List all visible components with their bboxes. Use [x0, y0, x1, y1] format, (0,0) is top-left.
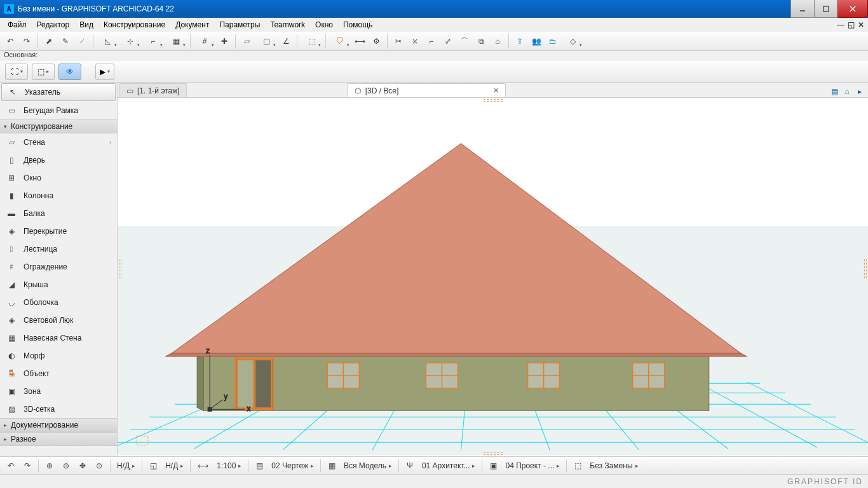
- cube-button[interactable]: ▢▾: [255, 34, 277, 49]
- adjust-button[interactable]: ⌐: [424, 34, 439, 49]
- ruler-button[interactable]: ✚: [217, 34, 232, 49]
- tool-marquee[interactable]: ▭ Бегущая Рамка: [0, 102, 117, 119]
- tool-mesh[interactable]: ▨3D-сетка: [0, 400, 117, 418]
- angle-button[interactable]: ∠: [278, 34, 294, 49]
- tab-3d[interactable]: ⬡ [3D / Все] ✕: [347, 83, 506, 97]
- zone-icon: ▣: [6, 386, 17, 397]
- field-project[interactable]: 04 Проект - ...▸: [503, 461, 562, 470]
- doc-close-icon[interactable]: ✕: [857, 20, 865, 29]
- field-plane[interactable]: Н/Д▸: [163, 461, 186, 470]
- nav-back-button[interactable]: ↶: [4, 459, 18, 473]
- view-mode-1-button[interactable]: ⛶▾: [5, 64, 28, 80]
- pick-button[interactable]: ⬈: [41, 34, 57, 49]
- menu-options[interactable]: Параметры: [214, 19, 265, 30]
- snap-button[interactable]: ⊹▾: [119, 34, 141, 49]
- plane-button[interactable]: ▱: [239, 34, 254, 49]
- corner-snap-button[interactable]: ⌐▾: [142, 34, 164, 49]
- undo-button[interactable]: ↶: [3, 34, 18, 49]
- trim-button[interactable]: ✂: [391, 34, 406, 49]
- pan-button[interactable]: ✥: [76, 459, 90, 473]
- trace-button[interactable]: ⬚▾: [301, 34, 322, 49]
- field-scale[interactable]: 1:100▸: [214, 461, 244, 470]
- section-design[interactable]: ▾ Конструирование: [0, 119, 117, 133]
- section-documentation[interactable]: ▸ Документирование: [0, 418, 117, 432]
- guide-lines-button[interactable]: ◺▾: [97, 34, 118, 49]
- redo-button[interactable]: ↷: [19, 34, 34, 49]
- close-button[interactable]: [837, 0, 868, 18]
- nav-fwd-button[interactable]: ↷: [20, 459, 34, 473]
- fillet-button[interactable]: ⌒: [457, 34, 472, 49]
- tool-window[interactable]: ⊞Окно: [0, 169, 117, 187]
- menu-design[interactable]: Конструирование: [98, 19, 170, 30]
- reserve-button[interactable]: 🗀: [545, 34, 560, 49]
- tool-pointer[interactable]: ↖ Указатель: [1, 83, 116, 101]
- tool-object[interactable]: 🪑Объект: [0, 365, 117, 383]
- doc-restore-icon[interactable]: ◱: [846, 20, 855, 29]
- intersect-button[interactable]: ⤢: [440, 34, 456, 49]
- zoom-out-button[interactable]: ⊖: [59, 459, 73, 473]
- tool-door[interactable]: ▯Дверь: [0, 151, 117, 169]
- minimize-button[interactable]: [790, 0, 815, 18]
- field-arch[interactable]: 01 Архитект...▸: [419, 461, 478, 470]
- tool-skylight[interactable]: ◈Световой Люк: [0, 311, 117, 329]
- tool-shell[interactable]: ◡Оболочка: [0, 294, 117, 311]
- field-drawing[interactable]: 02 Чертеж▸: [269, 461, 316, 470]
- menu-editor[interactable]: Редактор: [32, 19, 75, 30]
- svg-rect-1: [824, 6, 829, 11]
- dimension-button[interactable]: ⟷: [352, 34, 367, 49]
- home-button[interactable]: ⌂: [490, 34, 505, 49]
- renovation-button[interactable]: ⛉▾: [329, 34, 351, 49]
- footer: GRAPHISOFT ID: [0, 474, 868, 488]
- grid-snap-button[interactable]: ▦▾: [165, 34, 187, 49]
- tool-slab[interactable]: ◈Перекрытие: [0, 222, 117, 240]
- plane-icon[interactable]: ◱: [146, 459, 160, 473]
- tool-railing[interactable]: ♯Ограждение: [0, 258, 117, 276]
- tool-wall[interactable]: ▱Стена›: [0, 133, 117, 151]
- menu-window[interactable]: Окно: [310, 19, 338, 30]
- tab-nav-icon[interactable]: ▸: [854, 86, 865, 97]
- menu-file[interactable]: Файл: [3, 19, 32, 30]
- tool-morph[interactable]: ◐Морф: [0, 347, 117, 365]
- share-button[interactable]: ⇪: [512, 34, 527, 49]
- slab-icon: ◈: [6, 226, 17, 237]
- field-orientation[interactable]: Н/Д▸: [114, 461, 138, 470]
- zoom-in-button[interactable]: ⊕: [43, 459, 57, 473]
- svg-text:z: z: [206, 346, 210, 355]
- grid-toggle-button[interactable]: #▾: [194, 34, 215, 49]
- main-toolbar: ↶ ↷ ⬈ ✎ ⟋ ◺▾ ⊹▾ ⌐▾ ▦▾ #▾ ✚ ▱ ▢▾ ∠ ⬚▾ ⛉▾ …: [0, 32, 868, 51]
- settings-button[interactable]: ⚙: [369, 34, 384, 49]
- arrow-mode-button[interactable]: ▶▾: [95, 64, 114, 80]
- maximize-button[interactable]: [814, 0, 838, 18]
- split-button[interactable]: ⤫: [407, 34, 423, 49]
- doc-minimize-icon[interactable]: —: [836, 20, 845, 29]
- offset-button[interactable]: ⧉: [473, 34, 489, 49]
- svg-rect-48: [208, 407, 212, 411]
- menu-teamwork[interactable]: Teamwork: [265, 19, 310, 30]
- release-button[interactable]: ◇▾: [562, 34, 583, 49]
- tool-beam[interactable]: ▬Балка: [0, 205, 117, 222]
- tool-stair[interactable]: 𓊍Лестница: [0, 240, 117, 258]
- menu-view[interactable]: Вид: [74, 19, 98, 30]
- teamwork-button[interactable]: 👥: [529, 34, 544, 49]
- viewport-3d[interactable]: z x y: [118, 98, 868, 456]
- tool-curtainwall[interactable]: ▦Навесная Стена: [0, 329, 117, 347]
- menu-help[interactable]: Помощь: [338, 19, 377, 30]
- fit-button[interactable]: ⊙: [92, 459, 106, 473]
- view-mode-3-button[interactable]: 👁: [58, 64, 81, 80]
- menu-document[interactable]: Документ: [170, 19, 214, 30]
- field-model[interactable]: Вся Модель▸: [341, 461, 395, 470]
- pointer-icon: ↖: [7, 86, 18, 98]
- tab-home-icon[interactable]: ⌂: [841, 86, 853, 97]
- tab-floorplan[interactable]: ▭ [1. 1-й этаж]: [119, 83, 187, 97]
- eyedropper-button[interactable]: ⟋: [74, 34, 90, 49]
- view-mode-2-button[interactable]: ⬚▸: [32, 64, 55, 80]
- field-replace[interactable]: Без Замены▸: [587, 461, 641, 470]
- tab-list-icon[interactable]: ▤: [829, 86, 840, 97]
- chevron-right-icon: ›: [109, 139, 111, 146]
- section-misc[interactable]: ▸ Разное: [0, 432, 117, 446]
- wand-button[interactable]: ✎: [58, 34, 73, 49]
- tool-column[interactable]: ▮Колонна: [0, 187, 117, 205]
- tool-zone[interactable]: ▣Зона: [0, 383, 117, 400]
- tool-roof[interactable]: ◢Крыша: [0, 276, 117, 294]
- tab-close-icon[interactable]: ✕: [493, 86, 499, 95]
